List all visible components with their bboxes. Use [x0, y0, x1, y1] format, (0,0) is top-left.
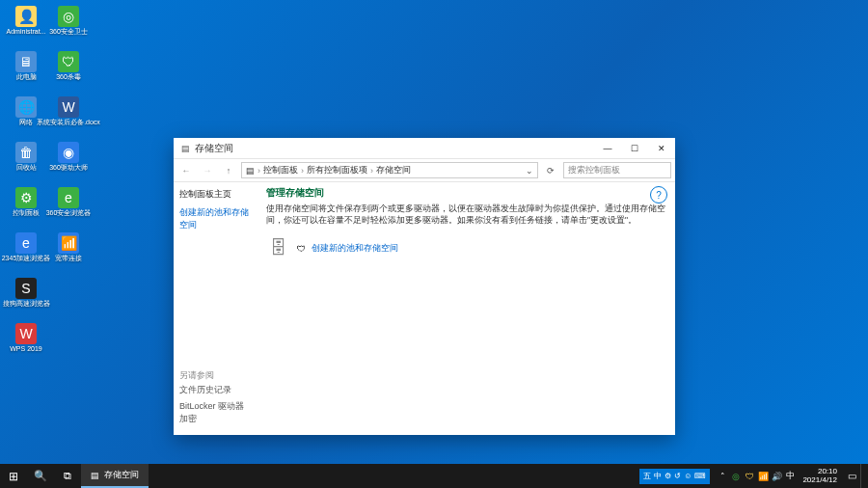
desktop-icon-360safety[interactable]: ◎360安全卫士 [48, 6, 89, 49]
task-label: 存储空间 [104, 469, 139, 481]
breadcrumb-2[interactable]: 所有控制面板项 [307, 164, 367, 176]
main-content: ? 管理存储空间 使用存储空间将文件保存到两个或更多驱动器，以便在驱动器发生故障… [258, 182, 675, 435]
desktop-icon-recycle[interactable]: 🗑回收站 [6, 142, 46, 185]
address-bar[interactable]: ▤ › 控制面板 › 所有控制面板项 › 存储空间 ⌄ [241, 162, 538, 178]
tray-chevron-icon[interactable]: ˄ [716, 464, 729, 488]
desktop-icon-360av[interactable]: 🛡360杀毒 [48, 51, 89, 95]
desktop-icon-360browser[interactable]: e360安全浏览器 [48, 187, 89, 230]
sidebar-bitlocker[interactable]: BitLocker 驱动器加密 [179, 400, 253, 425]
desktop-icon-thispc[interactable]: 🖥此电脑 [6, 51, 46, 95]
close-button[interactable]: ✕ [648, 138, 675, 159]
tray-ime-icon[interactable]: 中 [783, 464, 797, 488]
create-action: 🗄 🛡 创建新的池和存储空间 [266, 236, 667, 261]
shield-icon: 🛡 [297, 244, 306, 254]
sidebar-home[interactable]: 控制面板主页 [179, 188, 253, 201]
desktop-icon-sogou[interactable]: S搜狗高速浏览器 [6, 278, 46, 321]
desktop-icon-controlpanel[interactable]: ⚙控制面板 [6, 187, 46, 230]
taskbar: ⊞ 🔍 ⧉ ▤ 存储空间 五中⚙↺☺⌨ ˄ ◎ 🛡 📶 🔊 中 20:10 20… [0, 464, 868, 488]
main-description: 使用存储空间将文件保存到两个或更多驱动器，以便在驱动器发生故障时为你提供保护。通… [266, 203, 667, 227]
tray-shield-icon[interactable]: 🛡 [743, 464, 756, 488]
start-button[interactable]: ⊞ [0, 464, 27, 488]
navbar: ← → ↑ ▤ › 控制面板 › 所有控制面板项 › 存储空间 ⌄ ⟳ 搜索控制… [174, 159, 675, 182]
task-view-icon[interactable]: ⧉ [54, 464, 81, 488]
task-icon: ▤ [91, 471, 99, 480]
breadcrumb-icon: ▤ [246, 166, 255, 176]
tray-network-icon[interactable]: 📶 [756, 464, 770, 488]
up-button[interactable]: ↑ [220, 162, 237, 179]
create-pool-link[interactable]: 创建新的池和存储空间 [312, 242, 398, 255]
see-also-label: 另请参阅 [179, 369, 253, 382]
action-center-icon[interactable]: ▭ [843, 464, 860, 488]
clock[interactable]: 20:10 2021/4/12 [797, 468, 843, 485]
minimize-button[interactable]: — [594, 138, 621, 159]
sidebar: 控制面板主页 创建新的池和存储空间 另请参阅 文件历史记录 BitLocker … [174, 182, 258, 435]
tray-360-icon[interactable]: ◎ [729, 464, 743, 488]
search-icon[interactable]: 🔍 [27, 464, 54, 488]
desktop-icons: 👤Administrat... ◎360安全卫士 🖥此电脑 🛡360杀毒 🌐网络… [6, 6, 89, 366]
refresh-button[interactable]: ⟳ [542, 162, 559, 179]
app-icon: ▤ [179, 143, 191, 154]
sidebar-create-pool[interactable]: 创建新的池和存储空间 [179, 206, 253, 231]
back-button[interactable]: ← [177, 162, 195, 179]
forward-button[interactable]: → [199, 162, 216, 179]
breadcrumb-1[interactable]: 控制面板 [263, 164, 298, 176]
hdd-stack-icon: 🗄 [266, 236, 291, 261]
main-heading: 管理存储空间 [266, 186, 667, 200]
desktop-icon-360driver[interactable]: ◉360驱动大师 [48, 142, 89, 185]
window-title: 存储空间 [195, 142, 233, 155]
desktop-icon-wps[interactable]: WWPS 2019 [6, 323, 46, 366]
titlebar[interactable]: ▤ 存储空间 — ☐ ✕ [174, 138, 675, 159]
sidebar-file-history[interactable]: 文件历史记录 [179, 384, 253, 396]
search-input[interactable]: 搜索控制面板 [563, 162, 671, 178]
desktop-icon-docx[interactable]: W系统安装后必备.docx [48, 96, 89, 140]
desktop-icon-2345[interactable]: e2345加速浏览器 [6, 232, 46, 276]
ime-toolbar[interactable]: 五中⚙↺☺⌨ [639, 469, 710, 484]
show-desktop-button[interactable] [860, 464, 864, 488]
desktop-icon-administrat[interactable]: 👤Administrat... [6, 6, 46, 49]
breadcrumb-3[interactable]: 存储空间 [376, 164, 411, 176]
maximize-button[interactable]: ☐ [621, 138, 648, 159]
storage-spaces-window: ▤ 存储空间 — ☐ ✕ ← → ↑ ▤ › 控制面板 › 所有控制面板项 › … [174, 138, 675, 435]
chevron-down-icon[interactable]: ⌄ [526, 166, 533, 176]
taskbar-task-storage[interactable]: ▤ 存储空间 [81, 464, 149, 488]
desktop-icon-broadband[interactable]: 📶宽带连接 [48, 232, 89, 276]
tray-volume-icon[interactable]: 🔊 [770, 464, 783, 488]
help-icon[interactable]: ? [650, 186, 667, 203]
